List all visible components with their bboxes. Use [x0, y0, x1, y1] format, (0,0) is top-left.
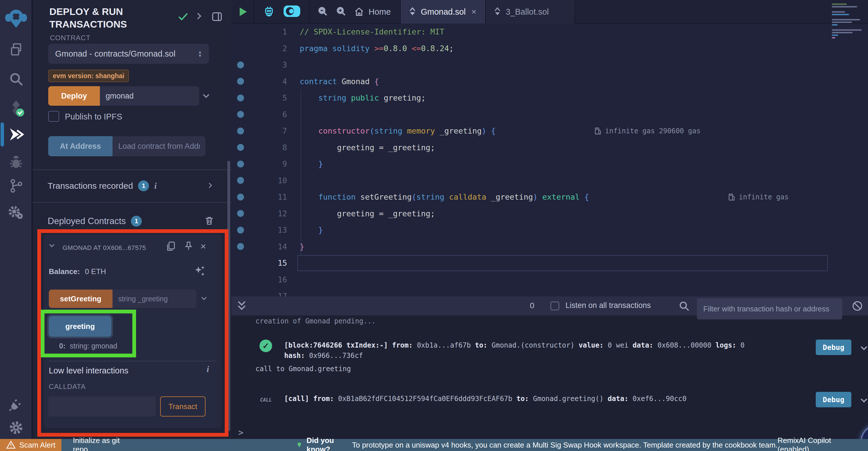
deploy-button[interactable]: Deploy [48, 86, 100, 106]
code-line[interactable]: 3 [231, 57, 868, 73]
code-line[interactable]: 10 [231, 172, 868, 189]
remove-contract-icon[interactable]: × [200, 241, 206, 251]
code-line[interactable]: 2pragma solidity >=0.8.0 <=0.8.24; [231, 40, 868, 57]
line-number: 15 [250, 258, 287, 267]
publish-ipfs-checkbox[interactable] [48, 111, 59, 122]
ai-copilot-toggle[interactable] [283, 5, 301, 19]
code-line[interactable]: 15 [231, 255, 868, 272]
gutter-dot-icon[interactable] [237, 177, 244, 184]
gutter-dot-icon[interactable] [237, 61, 244, 68]
gas-pump-icon [728, 193, 735, 201]
zoom-in-icon[interactable] [335, 5, 347, 18]
tx-log-line[interactable]: [block:7646266 txIndex:-] from: 0xb1a...… [284, 341, 745, 349]
close-tab-icon[interactable]: × [471, 7, 476, 17]
transactions-recorded-label: Transactions recorded [48, 181, 133, 191]
calldata-input[interactable] [48, 396, 156, 417]
tx-log-line[interactable]: hash: 0x966...736cf [284, 351, 363, 360]
line-number: 9 [250, 160, 287, 168]
panel-expand-chevron-icon[interactable] [196, 14, 200, 20]
pin-contract-icon[interactable] [183, 241, 194, 253]
clear-console-ban-icon[interactable] [851, 300, 863, 313]
editor-minimap[interactable] [832, 3, 864, 40]
code-line[interactable]: 14} [231, 238, 868, 255]
deployed-contracts-label: Deployed Contracts [48, 216, 126, 226]
gutter-dot-icon[interactable] [237, 128, 244, 135]
scam-alert-button[interactable]: Scam Alert [0, 439, 61, 451]
greeting-output-index: 0: [59, 342, 65, 350]
filter-transactions-input[interactable] [697, 298, 842, 319]
tx-expand-chevron-icon[interactable] [862, 345, 866, 350]
setgreeting-args-input[interactable] [113, 289, 196, 308]
run-script-button[interactable] [231, 0, 254, 24]
gutter-dot-icon[interactable] [237, 144, 244, 151]
tab-home[interactable]: Home [353, 6, 391, 17]
code-line[interactable]: 17 [231, 288, 868, 297]
code-line[interactable]: 9 } [231, 156, 868, 172]
transact-button[interactable]: Transact [160, 396, 206, 417]
setgreeting-button[interactable]: setGreeting [49, 289, 113, 308]
trash-icon[interactable] [204, 215, 215, 227]
code-line[interactable]: 6 [231, 106, 868, 123]
code-line[interactable]: 12 greeting = _greeting; [231, 205, 868, 222]
code-line[interactable]: 8 greeting = _greeting; [231, 139, 868, 156]
debugger-bug-icon[interactable] [0, 153, 32, 172]
solidity-compiler-icon[interactable] [0, 98, 32, 118]
terminal-prompt[interactable]: > [238, 427, 243, 438]
pin-panel-icon[interactable] [211, 11, 223, 24]
gutter-dot-icon[interactable] [237, 243, 244, 250]
code-line[interactable]: 1// SPDX-License-Identifier: MIT [231, 24, 868, 40]
collapse-contract-chevron-icon[interactable] [50, 243, 54, 248]
search-icon[interactable] [0, 69, 32, 88]
git-init-button[interactable]: Initialize as git repo [73, 436, 135, 451]
deploy-expand-chevron-icon[interactable] [204, 92, 208, 98]
tab-3-ballot-sol[interactable]: 3_Ballot.sol [486, 0, 575, 24]
transactions-expand-chevron-icon[interactable] [208, 183, 211, 189]
listen-all-checkbox[interactable] [551, 302, 559, 310]
git-icon[interactable] [0, 176, 32, 195]
files-icon[interactable] [0, 40, 32, 59]
transactions-recorded-row[interactable]: Transactions recorded 1 i [48, 179, 220, 193]
copilot-status[interactable]: RemixAI Copilot (enabled) [778, 436, 862, 451]
gutter-dot-icon[interactable] [237, 78, 244, 85]
settings-gear-icon[interactable] [0, 418, 32, 437]
ai-sparkles-icon[interactable] [193, 264, 206, 279]
code-line[interactable]: 5 string public greeting; [231, 90, 868, 106]
ai-assistant-robot-icon[interactable] [262, 5, 276, 19]
gutter-dot-icon[interactable] [237, 111, 244, 118]
gas-estimate-annotation: infinite gas [728, 193, 788, 201]
deploy-and-run-icon[interactable] [0, 124, 32, 145]
copy-address-icon[interactable] [165, 241, 176, 253]
code-lines[interactable]: 1// SPDX-License-Identifier: MIT2pragma … [231, 24, 868, 297]
remix-logo-icon[interactable] [0, 5, 32, 31]
divider [49, 361, 216, 361]
panel-scrollbar[interactable] [227, 161, 230, 431]
code-line[interactable]: 13 } [231, 222, 868, 238]
code-line[interactable]: 11 function setGreeting(string calldata … [231, 189, 868, 205]
gutter-dot-icon[interactable] [237, 161, 244, 167]
gutter-dot-icon[interactable] [237, 210, 244, 217]
contract-select[interactable]: Gmonad - contracts/Gmonad.sol ▲▼ [48, 44, 209, 64]
zoom-out-icon[interactable] [317, 5, 329, 18]
setgreeting-expand-chevron-icon[interactable] [202, 295, 206, 301]
code-line[interactable]: 4contract Gmonad { [231, 73, 868, 90]
tx-expand-chevron-icon[interactable] [862, 397, 866, 403]
plugin-manager-icon[interactable] [0, 203, 32, 223]
at-address-input[interactable] [113, 136, 206, 156]
debug-button[interactable]: Debug [816, 340, 851, 355]
solidity-file-icon [408, 7, 417, 17]
deploy-args-input[interactable] [100, 86, 199, 106]
collapse-terminal-icon[interactable] [236, 300, 247, 312]
contract-instance-label: GMONAD AT 0X606...67575 [63, 244, 162, 252]
plug-icon[interactable] [0, 394, 32, 414]
tab-gmonad-sol[interactable]: Gmonad.sol × [401, 0, 486, 24]
code-line[interactable]: 7 constructor(string memory _greeting) {… [231, 123, 868, 139]
debug-button[interactable]: Debug [816, 392, 851, 407]
tx-log-line[interactable]: [call] from: 0xB1aB62fdFC104512F594fCa0E… [284, 395, 687, 403]
greeting-button[interactable]: greeting [49, 316, 112, 337]
gutter-dot-icon[interactable] [237, 94, 244, 102]
gutter-dot-icon[interactable] [237, 227, 244, 233]
gutter-dot-icon[interactable] [237, 194, 244, 200]
code-line[interactable]: 16 [231, 272, 868, 288]
at-address-button[interactable]: At Address [48, 136, 113, 156]
search-icon[interactable] [678, 300, 690, 313]
